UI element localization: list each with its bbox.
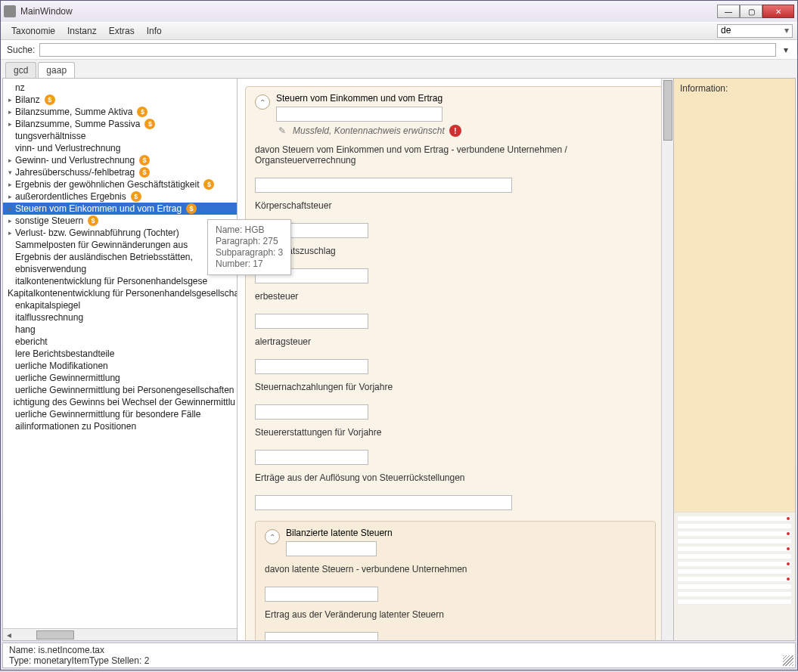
search-label: Suche:	[7, 45, 35, 55]
main-window: MainWindow — ▢ ✕ Taxonomie Instanz Extra…	[0, 0, 798, 670]
tree-row[interactable]: Kapitalkontenentwicklung für Personenhan…	[3, 287, 237, 299]
status-type: monetaryItemType Stellen: 2	[34, 655, 150, 666]
thumbnail-preview[interactable]	[674, 512, 795, 640]
tab-gaap[interactable]: gaap	[38, 62, 75, 78]
tree-node-label: Gewinn- und Verlustrechnung	[14, 154, 136, 166]
tree-row[interactable]: ichtigung des Gewinns bei Wechsel der Ge…	[3, 396, 237, 408]
tree-row[interactable]: uerliche Modifikationen	[3, 360, 237, 372]
field-input[interactable]	[255, 359, 368, 374]
tree-row[interactable]: ▸Bilanz$	[3, 94, 237, 106]
field-input[interactable]	[265, 587, 378, 602]
tree-node-label: Verlust- bzw. Gewinnabführung (Tochter)	[14, 227, 181, 239]
inner-group-main-input[interactable]	[286, 541, 377, 556]
app-icon	[4, 5, 16, 17]
tree-row[interactable]: ebericht	[3, 336, 237, 348]
status-bar: Name: is.netIncome.tax Type: monetaryIte…	[2, 643, 796, 668]
window-title: MainWindow	[20, 6, 717, 17]
tree-node-label: Bilanzsumme, Summe Aktiva	[14, 106, 134, 118]
tree-row[interactable]: tungsverhältnisse	[3, 130, 237, 142]
error-icon: !	[449, 125, 461, 137]
tree-caret-icon[interactable]: ▸	[6, 94, 14, 106]
tree-row[interactable]: ▸Gewinn- und Verlustrechnung$	[3, 154, 237, 166]
tree-caret-icon[interactable]: ▸	[6, 215, 14, 227]
field-label: Steuererstattungen für Vorjahre	[255, 427, 656, 438]
tree-row[interactable]: ailinformationen zu Positionen	[3, 420, 237, 432]
form-vertical-scrollbar[interactable]	[661, 79, 673, 640]
monetary-badge-icon: $	[186, 203, 197, 214]
form-panel: ⌃ Steuern vom Einkommen und vom Ertrag ✎…	[238, 79, 674, 640]
tree-row[interactable]: italflussrechnung	[3, 311, 237, 324]
language-select[interactable]: de ▾	[717, 24, 793, 38]
tree-panel: nz▸Bilanz$▸Bilanzsumme, Summe Aktiva$▸Bi…	[3, 79, 238, 640]
tree-row[interactable]: Sammelposten für Gewinnänderungen aus	[3, 239, 237, 251]
tree-row[interactable]: vinn- und Verlustrechnung	[3, 142, 237, 154]
collapse-button-inner[interactable]: ⌃	[265, 529, 280, 544]
tree-caret-icon[interactable]: ▸	[6, 118, 14, 130]
collapse-button[interactable]: ⌃	[255, 94, 270, 110]
tree-row[interactable]: ▸Bilanzsumme, Summe Aktiva$	[3, 106, 237, 118]
info-panel: Information:	[674, 79, 795, 640]
tree-node-label: ebericht	[14, 336, 49, 348]
tree-row[interactable]: lere Berichtsbestandteile	[3, 348, 237, 360]
scrollbar-thumb[interactable]	[36, 630, 74, 639]
field-input[interactable]	[255, 450, 368, 465]
resize-grip[interactable]	[783, 655, 793, 666]
tree-row[interactable]: ebnisverwendung	[3, 263, 237, 275]
field-label: Steuernachzahlungen für Vorjahre	[255, 382, 656, 392]
tree-caret-icon[interactable]: ▸	[6, 190, 14, 203]
tree-row[interactable]: hang	[3, 324, 237, 336]
minimize-button[interactable]: —	[717, 5, 740, 18]
tree-row[interactable]: Ergebnis der ausländischen Betriebsstätt…	[3, 251, 237, 263]
group-main-input[interactable]	[276, 107, 442, 122]
field-input[interactable]	[265, 632, 378, 640]
tree-node-label: außerordentliches Ergebnis	[14, 190, 128, 203]
field-label: Solidaritätszuschlag	[255, 246, 656, 256]
form-group-taxes: ⌃ Steuern vom Einkommen und vom Ertrag ✎…	[245, 86, 666, 640]
group-title: Steuern vom Einkommen und vom Ertrag	[276, 93, 656, 104]
tree-row[interactable]: uerliche Gewinnermittlung bei Personenge…	[3, 384, 237, 396]
tree-caret-icon[interactable]: ▸	[6, 203, 14, 215]
tree-node-label: nz	[14, 82, 26, 94]
tree-row[interactable]: ▾Jahresüberschuss/-fehlbetrag$	[3, 166, 237, 178]
tree-node-label: ichtigung des Gewinns bei Wechsel der Ge…	[12, 396, 237, 408]
tree-row[interactable]: uerliche Gewinnermittlung	[3, 372, 237, 384]
tab-gcd[interactable]: gcd	[5, 62, 36, 78]
maximize-button[interactable]: ▢	[740, 5, 762, 18]
menu-extras[interactable]: Extras	[103, 26, 141, 36]
monetary-badge-icon: $	[144, 119, 155, 129]
tree-node-label: Steuern vom Einkommen und vom Ertrag	[14, 203, 183, 215]
tree-row[interactable]: uerliche Gewinnermittlung für besondere …	[3, 408, 237, 420]
tree-row[interactable]: ▸außerordentliches Ergebnis$	[3, 190, 237, 203]
tree-horizontal-scrollbar[interactable]: ◂	[3, 628, 237, 640]
tree-caret-icon[interactable]: ▾	[6, 166, 14, 178]
tree-row[interactable]: ▸Steuern vom Einkommen und vom Ertrag$	[3, 203, 237, 215]
close-button[interactable]: ✕	[762, 5, 794, 18]
monetary-badge-icon: $	[137, 107, 147, 117]
tree-caret-icon[interactable]: ▸	[6, 106, 14, 118]
tree-row[interactable]: italkontenentwicklung für Personenhandel…	[3, 275, 237, 287]
tree-row[interactable]: nz	[3, 82, 237, 94]
tree-caret-icon[interactable]: ▸	[6, 178, 14, 190]
scrollbar-thumb[interactable]	[663, 80, 672, 141]
tree-row[interactable]: ▸Bilanzsumme, Summe Passiva$	[3, 118, 237, 130]
field-input[interactable]	[255, 178, 512, 193]
tree-row[interactable]: ▸Ergebnis der gewöhnlichen Geschäftstäti…	[3, 178, 237, 190]
monetary-badge-icon: $	[139, 155, 150, 166]
menu-taxonomie[interactable]: Taxonomie	[5, 26, 61, 36]
menu-info[interactable]: Info	[141, 26, 168, 36]
tree-node-label: Jahresüberschuss/-fehlbetrag	[14, 166, 136, 178]
field-input[interactable]	[255, 404, 368, 420]
tree-node-label: uerliche Modifikationen	[14, 360, 110, 372]
tree-row[interactable]: ▸Verlust- bzw. Gewinnabführung (Tochter)	[3, 227, 237, 239]
tree-caret-icon[interactable]: ▸	[6, 154, 14, 166]
search-dropdown-arrow[interactable]: ▾	[781, 45, 791, 55]
tree-row[interactable]: ▸sonstige Steuern$	[3, 215, 237, 227]
search-input[interactable]	[39, 43, 776, 57]
field-input[interactable]	[255, 495, 512, 510]
field-input[interactable]	[255, 314, 368, 329]
menu-instanz[interactable]: Instanz	[61, 26, 103, 36]
tree-node-label: ebnisverwendung	[14, 263, 88, 275]
form-group-latent-taxes: ⌃ Bilanzierte latente Steuern davon late…	[255, 521, 656, 640]
tree-caret-icon[interactable]: ▸	[6, 227, 14, 239]
tree-row[interactable]: enkapitalspiegel	[3, 299, 237, 311]
